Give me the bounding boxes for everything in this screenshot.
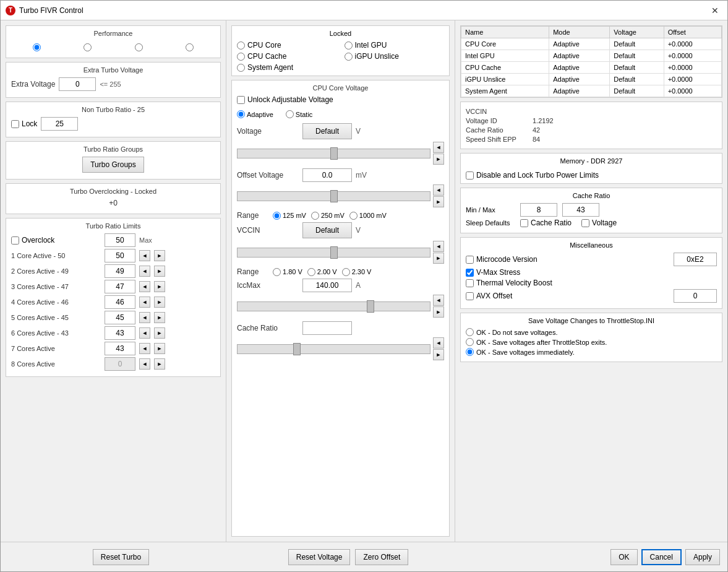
ratio-inc-0[interactable]: ► [154, 250, 165, 261]
offset-voltage-input[interactable] [302, 168, 352, 182]
save-opt2-label[interactable]: OK - Save voltages after ThrottleStop ex… [466, 338, 607, 346]
sleep-cache-ratio-checkbox[interactable] [520, 219, 528, 227]
ratio-dec-1[interactable]: ◄ [139, 266, 150, 277]
reset-turbo-button[interactable]: Reset Turbo [93, 549, 149, 565]
row-name-2: CPU Cache [461, 62, 549, 74]
cache-ratio-slider[interactable] [237, 344, 430, 354]
overclock-checkbox[interactable] [11, 236, 19, 245]
ratio-input-4[interactable] [105, 311, 135, 324]
cache-ratio-dec-btn[interactable]: ◄ [433, 337, 444, 349]
voltage-default-button[interactable]: Default [302, 123, 352, 139]
iccmax-slider[interactable] [237, 301, 430, 311]
cache-ratio-mid-input[interactable] [302, 321, 352, 335]
ratio-input-3[interactable] [105, 295, 135, 309]
ratio-input-2[interactable] [105, 280, 135, 293]
range-125-label[interactable]: 125 mV [273, 212, 306, 220]
row-mode-1: Adaptive [549, 50, 610, 62]
ratio-input-5[interactable] [105, 326, 135, 340]
ratio-inc-2[interactable]: ► [154, 281, 165, 292]
vccin-slider[interactable] [237, 248, 430, 258]
vccin-dec-btn[interactable]: ◄ [433, 241, 444, 252]
lock-checkbox[interactable] [11, 120, 19, 128]
apply-button[interactable]: Apply [685, 549, 720, 565]
offset-slider[interactable] [237, 191, 430, 201]
performance-radio-1[interactable] [33, 43, 41, 51]
ratio-inc-1[interactable]: ► [154, 266, 165, 277]
voltage-slider[interactable] [237, 149, 430, 158]
save-opt3-label[interactable]: OK - Save voltages immediately. [466, 348, 575, 356]
offset-dec-btn[interactable]: ◄ [433, 184, 444, 196]
lock-checkbox-row[interactable]: Lock [11, 119, 37, 128]
voltage-inc-btn[interactable]: ► [433, 154, 444, 165]
ratio-inc-3[interactable]: ► [154, 297, 165, 308]
ratio-inc-7[interactable]: ► [154, 358, 165, 370]
disable-turbo-row[interactable]: Disable and Lock Turbo Power Limits [466, 171, 599, 180]
ratio-dec-5[interactable]: ◄ [139, 327, 150, 339]
avx-checkbox[interactable] [466, 292, 474, 300]
locked-intel-gpu[interactable]: Intel GPU [345, 41, 445, 50]
cache-max-input[interactable] [562, 203, 599, 217]
vccin-range-180-label[interactable]: 1.80 V [273, 268, 302, 276]
ratio-input-6[interactable] [105, 342, 135, 355]
range-250-label[interactable]: 250 mV [311, 212, 345, 220]
vccin-inc-btn[interactable]: ► [433, 253, 444, 264]
extra-voltage-input[interactable]: 0 [59, 77, 96, 91]
ratio-input-1[interactable] [105, 264, 135, 278]
overclock-input[interactable] [105, 233, 135, 247]
sleep-cache-ratio-label[interactable]: Cache Ratio [520, 219, 572, 227]
unlock-adj-row[interactable]: Unlock Adjustable Voltage [237, 95, 444, 104]
vccin-range-230-label[interactable]: 2.30 V [342, 268, 372, 276]
locked-cpu-cache[interactable]: CPU Cache [237, 52, 337, 61]
cache-ratio-inc-btn[interactable]: ► [433, 349, 444, 360]
ratio-input-7[interactable] [105, 357, 135, 371]
performance-radio-2[interactable] [84, 43, 92, 51]
turbo-groups-button[interactable]: Turbo Groups [82, 157, 144, 173]
ratio-dec-7[interactable]: ◄ [139, 358, 150, 370]
vccin-range-200-label[interactable]: 2.00 V [307, 268, 337, 276]
disable-turbo-checkbox[interactable] [466, 171, 474, 180]
ratio-inc-6[interactable]: ► [154, 343, 165, 354]
vmax-checkbox[interactable] [466, 269, 474, 277]
iccmax-inc-btn[interactable]: ► [433, 306, 444, 318]
static-radio-label[interactable]: Static [286, 110, 313, 118]
offset-nav-btns: ◄ ► [433, 184, 444, 207]
cache-min-input[interactable] [520, 203, 557, 217]
ratio-input-0[interactable] [105, 249, 135, 262]
ratio-dec-0[interactable]: ◄ [139, 250, 150, 261]
range-label: Range [237, 211, 268, 220]
adaptive-radio-label[interactable]: Adaptive [237, 110, 273, 118]
locked-cpu-core[interactable]: CPU Core [237, 41, 337, 50]
iccmax-dec-btn[interactable]: ◄ [433, 295, 444, 306]
ratio-dec-4[interactable]: ◄ [139, 312, 150, 323]
tvb-checkbox[interactable] [466, 279, 474, 287]
cache-ratio-section-title: Cache Ratio [466, 192, 717, 199]
avx-input[interactable] [674, 289, 717, 303]
performance-radio-4[interactable] [186, 43, 194, 51]
ok-button[interactable]: OK [610, 549, 637, 565]
zero-offset-button[interactable]: Zero Offset [355, 549, 408, 565]
voltage-dec-btn[interactable]: ◄ [433, 142, 444, 153]
vccin-default-button[interactable]: Default [302, 222, 352, 238]
range-1000-label[interactable]: 1000 mV [349, 212, 387, 220]
reset-voltage-button[interactable]: Reset Voltage [288, 549, 351, 565]
locked-igpu-unslice[interactable]: iGPU Unslice [345, 52, 445, 61]
ratio-dec-3[interactable]: ◄ [139, 297, 150, 308]
sleep-voltage-checkbox[interactable] [581, 219, 589, 227]
locked-system-agent[interactable]: System Agent [237, 63, 337, 72]
ratio-inc-4[interactable]: ► [154, 312, 165, 323]
ratio-dec-2[interactable]: ◄ [139, 281, 150, 292]
microcode-input[interactable] [674, 253, 717, 266]
cancel-button[interactable]: Cancel [641, 549, 682, 565]
save-opt1-label[interactable]: OK - Do not save voltages. [466, 328, 557, 336]
ratio-inc-5[interactable]: ► [154, 327, 165, 339]
ratio-dec-6[interactable]: ◄ [139, 343, 150, 354]
sleep-voltage-label[interactable]: Voltage [581, 219, 617, 227]
non-turbo-input[interactable]: 25 [41, 117, 78, 131]
offset-voltage-unit: mV [356, 171, 367, 180]
microcode-checkbox[interactable] [466, 256, 474, 264]
offset-inc-btn[interactable]: ► [433, 196, 444, 207]
unlock-adj-checkbox[interactable] [237, 96, 245, 104]
iccmax-input[interactable] [302, 279, 352, 292]
close-button[interactable]: ✕ [708, 3, 722, 18]
performance-radio-3[interactable] [135, 43, 143, 51]
